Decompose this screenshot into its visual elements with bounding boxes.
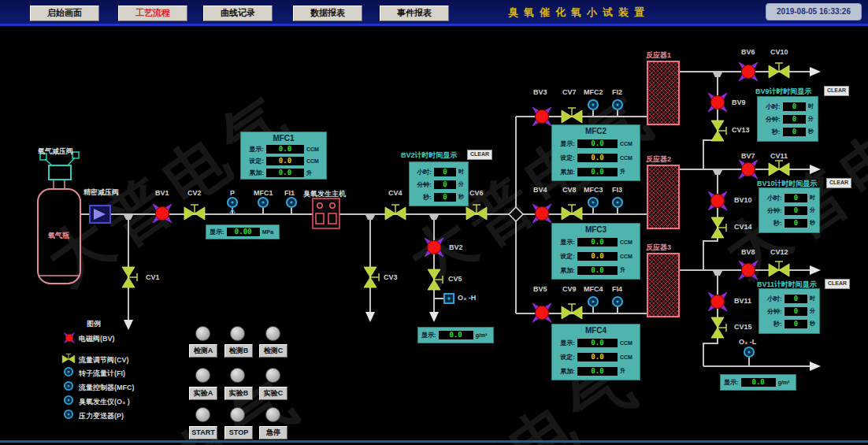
unit: 时 [810, 194, 815, 202]
cv4-label: CV4 [388, 189, 402, 197]
bv7-valve[interactable] [739, 160, 758, 179]
hours-value: 0 [785, 194, 807, 202]
cv3-valve[interactable] [364, 267, 379, 287]
row-label: 设定: [245, 157, 264, 165]
unit: 秒 [810, 320, 815, 328]
row-label: 秒: [414, 193, 432, 202]
bv3-valve[interactable] [532, 107, 551, 126]
start-button[interactable]: START [189, 426, 217, 439]
unit: CCM [620, 254, 636, 259]
detect-c-button[interactable]: 检测C [259, 344, 287, 358]
bv9-valve[interactable] [708, 93, 727, 112]
stop-button[interactable]: STOP [224, 426, 253, 439]
bv11-timer-clear-button[interactable]: CLEAR [825, 279, 850, 289]
legend-item-control-valve: 流量调节阀(CV) [79, 355, 129, 365]
bv2-timer-clear-button[interactable]: CLEAR [467, 150, 492, 160]
flow-arrow-down [429, 312, 439, 322]
bv11-valve[interactable] [708, 292, 727, 311]
bv10-timer-clear-button[interactable]: CLEAR [826, 178, 851, 188]
bv5-label: BV5 [533, 285, 547, 293]
legend-title: 图例 [87, 319, 101, 329]
detect-b-button[interactable]: 检测B [224, 344, 253, 358]
unit: 秒 [810, 219, 815, 227]
bv4-valve[interactable] [532, 204, 551, 223]
cv8-valve[interactable] [562, 205, 582, 220]
cv12-valve[interactable] [769, 261, 789, 276]
cv2-valve[interactable] [184, 205, 205, 220]
flow-arrow-right [810, 67, 821, 76]
bv6-valve[interactable] [739, 62, 758, 81]
cv5-valve[interactable] [428, 269, 443, 290]
unit: CCM [306, 158, 322, 164]
nav-button-reports[interactable]: 数据报表 [293, 6, 362, 21]
experiment-a-button[interactable]: 实验A [189, 387, 217, 400]
reactor3-label: 反应器3 [646, 243, 671, 253]
bv5-valve[interactable] [532, 303, 551, 322]
experiment-c-button[interactable]: 实验C [259, 387, 287, 400]
flow-arrow-down [365, 312, 375, 322]
cv6-valve[interactable] [466, 205, 487, 220]
legend-item-rotameter: 转子流量计(FI) [79, 369, 125, 379]
pv-value: 0.0 [577, 238, 618, 247]
sv-value[interactable]: 0.0 [266, 157, 304, 165]
seconds-value: 0 [783, 128, 806, 136]
unit: 分 [458, 180, 464, 188]
tee [712, 269, 723, 276]
nav-button-process[interactable]: 工艺流程 [118, 6, 187, 21]
cv4-valve[interactable] [385, 205, 406, 220]
unit: 秒 [458, 193, 464, 201]
bv9-timer-clear-button[interactable]: CLEAR [824, 86, 849, 96]
bv2-timer-panel: 小时:0时 分钟:0分 秒:0秒 [409, 161, 469, 206]
cv5-label: CV5 [448, 275, 462, 283]
bv11-timer-panel: 小时:0时 分钟:0分 秒:0秒 [759, 288, 820, 334]
bv2-valve[interactable] [425, 238, 443, 257]
o3-low-sensor [744, 347, 754, 357]
unit: 升 [620, 367, 636, 375]
hmi-screen: 大普电气 大普电气 大普电气 大普电气 大普电气 [0, 0, 868, 445]
detect-a-button[interactable]: 检测A [189, 344, 217, 358]
cv11-valve[interactable] [769, 161, 789, 176]
sv-value[interactable]: 0.0 [577, 252, 618, 261]
cv14-valve[interactable] [711, 217, 726, 238]
cv11-label: CV11 [770, 152, 788, 160]
o3-high-sensor [444, 294, 454, 303]
unit: 升 [620, 168, 636, 176]
cv7-valve[interactable] [562, 108, 582, 123]
sv-value[interactable]: 0.0 [577, 154, 618, 162]
precision-regulator-label: 精密减压阀 [83, 187, 119, 198]
row-label: 小时: [763, 194, 782, 202]
ozone-out-value: 0.0 [741, 378, 776, 387]
hours-value: 0 [785, 295, 807, 303]
bv11-label: BV11 [734, 297, 751, 305]
nav-button-events[interactable]: 事件报表 [380, 6, 449, 21]
cv15-valve[interactable] [711, 317, 726, 338]
cv1-valve[interactable] [122, 267, 137, 287]
row-label: 显示: [556, 139, 575, 148]
row-label: 秒: [763, 219, 782, 228]
bv8-valve[interactable] [739, 261, 758, 280]
bv6-label: BV6 [741, 48, 755, 56]
row-label: 累加: [556, 367, 575, 376]
cv9-label: CV9 [562, 285, 577, 293]
cv9-valve[interactable] [562, 304, 582, 319]
row-label: 累加: [556, 266, 575, 275]
estop-button[interactable]: 急停 [259, 426, 287, 439]
sv-value[interactable]: 0.0 [577, 353, 618, 362]
cv10-valve[interactable] [769, 63, 789, 78]
nav-button-home[interactable]: 启始画面 [30, 6, 99, 21]
bottom-divider [0, 440, 868, 443]
indicator-light-start [195, 407, 210, 422]
cv3-label: CV3 [384, 273, 398, 281]
row-label: 累加: [556, 168, 575, 176]
fi2-sensor [613, 100, 622, 109]
bv1-valve[interactable] [153, 204, 172, 223]
o3-low-label: O₃ -L [739, 338, 756, 346]
experiment-b-button[interactable]: 实验B [224, 387, 253, 400]
cv13-valve[interactable] [711, 121, 726, 141]
bv10-label: BV10 [734, 196, 752, 204]
cv10-label: CV10 [770, 48, 788, 56]
bv10-valve[interactable] [708, 191, 727, 210]
cv6-label: CV6 [469, 189, 484, 197]
cv7-label: CV7 [562, 88, 577, 96]
nav-button-curves[interactable]: 曲线记录 [203, 6, 273, 21]
